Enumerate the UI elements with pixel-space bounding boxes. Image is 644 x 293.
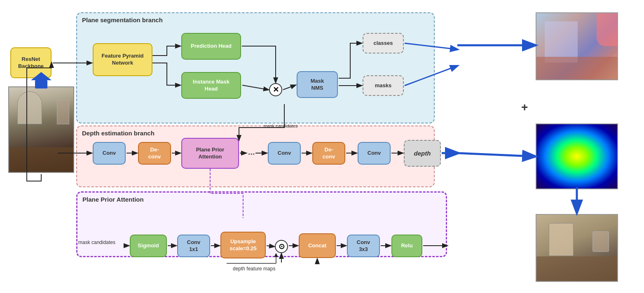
- segmentation-output-image: [536, 12, 618, 80]
- resnet-label: ResNet Backbone: [18, 56, 44, 70]
- deconv2-box: De- conv: [312, 142, 345, 165]
- multiply-operator: ✕: [269, 83, 282, 96]
- mask-candidates-bottom-label: mask candidates: [78, 240, 115, 245]
- ppa-depth-label: Plane Prior Attention: [196, 146, 225, 160]
- sigmoid-label: Sigmoid: [138, 242, 159, 249]
- conv3x3-label: Conv 3x3: [357, 239, 370, 253]
- conv1-label: Conv: [103, 150, 116, 157]
- 3d-output-image: [536, 214, 618, 282]
- conv2-box: Conv: [268, 142, 301, 165]
- sigmoid-box: Sigmoid: [130, 235, 167, 257]
- mask-nms-label: Mask NMS: [311, 78, 324, 92]
- depth-output-image: [536, 123, 618, 189]
- resnet-backbone-box: ResNet Backbone: [10, 47, 52, 78]
- dot-operator: ⊙: [275, 240, 288, 253]
- conv2-label: Conv: [278, 150, 291, 157]
- svg-line-17: [457, 153, 534, 156]
- instance-mask-head-box: Instance Mask Head: [181, 72, 241, 99]
- conv1x1-box: Conv 1x1: [177, 235, 210, 257]
- mask-candidates-top-label: mask candidates: [264, 123, 298, 128]
- inst-mask-label: Instance Mask Head: [193, 79, 229, 93]
- depth-label: depth: [414, 149, 431, 158]
- ppa-depth-box: Plane Prior Attention: [181, 138, 239, 169]
- fpn-label: Feature Pyramid Network: [102, 53, 144, 67]
- concat-box: Concat: [299, 233, 336, 258]
- depth-output-box: depth: [404, 140, 441, 167]
- plane-branch-label: Plane segmentation branch: [82, 16, 163, 23]
- masks-box: masks: [363, 75, 404, 96]
- classes-label: classes: [374, 40, 393, 47]
- upsample-box: Upsample scale=0.25: [220, 232, 266, 258]
- conv3-label: Conv: [368, 150, 381, 157]
- plus-sign: +: [521, 101, 528, 114]
- relu-box: Relu: [391, 235, 422, 257]
- fpn-box: Feature Pyramid Network: [93, 43, 152, 76]
- ppa-branch-label: Plane Prior Attention: [82, 196, 144, 203]
- conv3x3-box: Conv 3x3: [347, 235, 380, 257]
- concat-label: Concat: [308, 242, 326, 249]
- depth-feature-maps-label: depth feature maps: [233, 266, 275, 272]
- prediction-head-box: Prediction Head: [181, 33, 241, 60]
- deconv2-label: De- conv: [323, 146, 335, 160]
- depth-branch-label: Depth estimation branch: [82, 130, 155, 137]
- conv1-box: Conv: [93, 142, 126, 165]
- deconv1-label: De- conv: [148, 146, 161, 160]
- relu-label: Relu: [401, 242, 412, 249]
- masks-label: masks: [375, 82, 391, 89]
- conv1x1-label: Conv 1x1: [187, 239, 201, 253]
- diagram-container: Plane segmentation branch Depth estimati…: [4, 4, 639, 288]
- dots-separator: ...: [248, 147, 255, 157]
- mask-nms-box: Mask NMS: [297, 71, 338, 98]
- upsample-label: Upsample scale=0.25: [229, 238, 256, 252]
- conv3-box: Conv: [358, 142, 391, 165]
- deconv1-box: De- conv: [138, 142, 171, 165]
- pred-head-label: Prediction Head: [191, 43, 232, 50]
- classes-box: classes: [363, 33, 404, 53]
- input-image: [8, 86, 74, 173]
